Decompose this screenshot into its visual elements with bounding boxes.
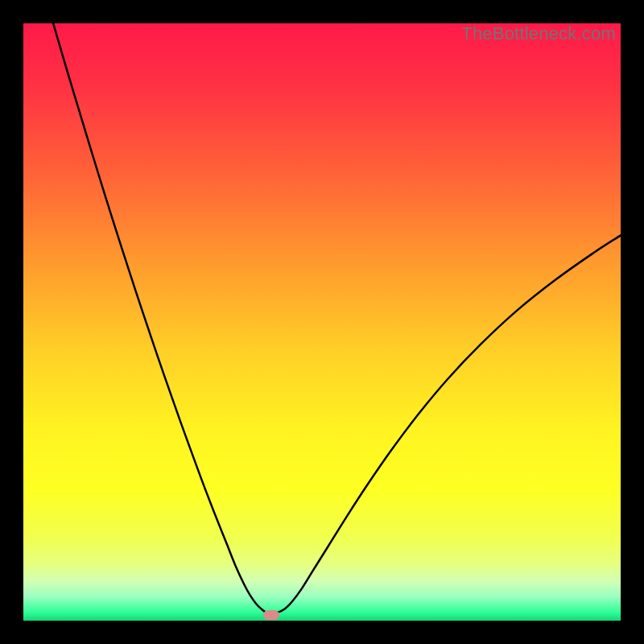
plot-area: TheBottleneck.com bbox=[23, 23, 621, 621]
chart-frame: TheBottleneck.com bbox=[0, 0, 644, 644]
bottleneck-curve bbox=[23, 23, 621, 621]
optimal-point-marker bbox=[263, 610, 279, 620]
